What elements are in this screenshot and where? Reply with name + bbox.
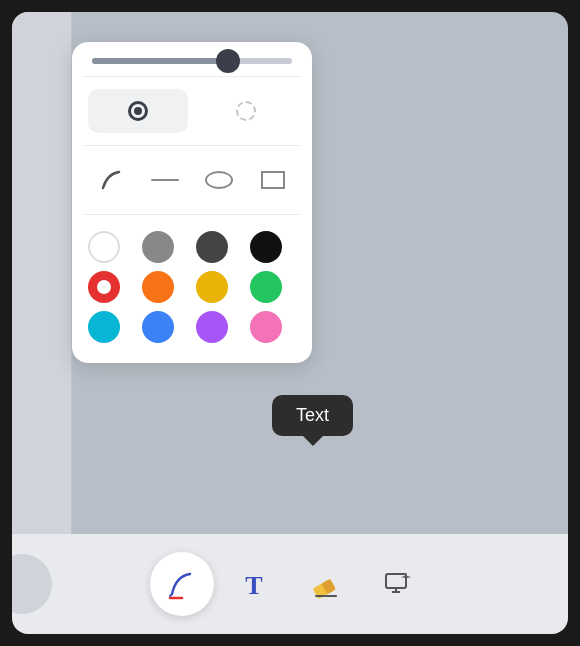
canvas-area: Text: [12, 12, 568, 534]
tooltip-box: Text: [272, 395, 353, 436]
color-orange[interactable]: [142, 271, 174, 303]
popup-panel: [72, 42, 312, 363]
filled-circle-icon: [128, 101, 148, 121]
slider-track: [92, 58, 292, 64]
color-blue[interactable]: [142, 311, 174, 343]
ai-tool-button[interactable]: [366, 552, 430, 616]
tooltip-text: Text: [296, 405, 329, 425]
dots-circle-icon: [236, 101, 256, 121]
divider-1: [84, 76, 300, 77]
text-tool-button[interactable]: T: [222, 552, 286, 616]
svg-rect-5: [386, 574, 406, 588]
ai-tool-icon: [382, 568, 414, 600]
color-teal[interactable]: [88, 311, 120, 343]
toolbar-left-circle: [12, 554, 52, 614]
divider-3: [84, 214, 300, 215]
color-purple[interactable]: [196, 311, 228, 343]
color-pink[interactable]: [250, 311, 282, 343]
color-white[interactable]: [88, 231, 120, 263]
color-gray[interactable]: [142, 231, 174, 263]
line-shape-icon: [151, 179, 179, 181]
app-frame: Text T: [12, 12, 568, 634]
rectangle-shape-button[interactable]: [250, 162, 296, 198]
rectangle-shape-icon: [261, 171, 285, 189]
eraser-tool-button[interactable]: [294, 552, 358, 616]
ellipse-shape-icon: [205, 171, 233, 189]
ellipse-shape-button[interactable]: [196, 162, 242, 198]
line-shape-button[interactable]: [142, 162, 188, 198]
text-tool-icon: T: [236, 566, 272, 602]
tooltip-container: Text: [272, 395, 353, 446]
color-dark-gray[interactable]: [196, 231, 228, 263]
color-black[interactable]: [250, 231, 282, 263]
divider-2: [84, 145, 300, 146]
brush-filled-button[interactable]: [88, 89, 188, 133]
color-red[interactable]: [88, 271, 120, 303]
slider-row: [88, 58, 296, 64]
pen-tool-button[interactable]: [150, 552, 214, 616]
shape-row: [88, 158, 296, 202]
pen-shape-button[interactable]: [88, 162, 134, 198]
brush-type-row: [88, 89, 296, 133]
canvas-left-panel: [12, 12, 72, 534]
bottom-toolbar: T: [12, 534, 568, 634]
pen-shape-icon: [97, 166, 125, 194]
color-grid: [88, 227, 296, 347]
brush-dots-button[interactable]: [196, 89, 296, 133]
tooltip-arrow: [303, 436, 323, 446]
svg-text:T: T: [245, 571, 262, 600]
slider-thumb[interactable]: [216, 49, 240, 73]
slider-fill: [92, 58, 228, 64]
color-yellow[interactable]: [196, 271, 228, 303]
pen-tool-icon: [164, 566, 200, 602]
eraser-tool-icon: [310, 568, 342, 600]
color-green[interactable]: [250, 271, 282, 303]
